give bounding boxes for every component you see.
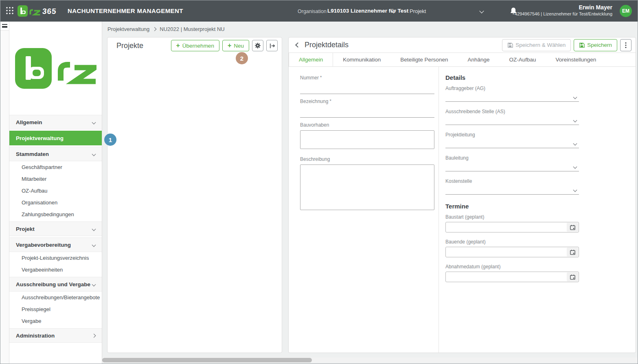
plus-icon: +: [228, 42, 231, 49]
app-grid-icon[interactable]: [6, 7, 14, 16]
bezeichnung-input[interactable]: [300, 104, 434, 118]
uebernehmen-button[interactable]: + Übernehmen: [171, 40, 219, 51]
form-column-left: Nummer* Bezeichnung* Bauvorhaben Beschre…: [300, 75, 434, 212]
calendar-icon[interactable]: [567, 272, 578, 281]
tab-kommunikation[interactable]: Kommunikation: [333, 53, 390, 66]
chevron-right-icon: [153, 27, 157, 31]
plus-icon: +: [176, 42, 180, 49]
chevron-down-icon: [573, 95, 577, 99]
sidebar-item-zahlungsbedingungen[interactable]: Zahlungsbedingungen: [9, 208, 102, 220]
allgemein-tab-content: Nummer* Bezeichnung* Bauvorhaben Beschre…: [289, 67, 636, 353]
form-column-right: Details Auftraggeber (AG) Ausschreibende…: [445, 74, 579, 289]
projekt-select-label[interactable]: Projekt: [410, 8, 426, 14]
chevron-down-icon: [92, 227, 96, 231]
more-options-kebab-button[interactable]: [620, 39, 631, 51]
sidebar-item-label: Ausschreibungen/Bieterangebote: [22, 294, 100, 300]
sidebar-item-label: Allgemein: [16, 119, 42, 125]
sidebar-item-ausschreibungen-bieterangebote[interactable]: Ausschreibungen/Bieterangebote: [9, 292, 102, 303]
abnahmedatum-field: Abnahmedatum (geplant): [445, 264, 579, 282]
organisation-select[interactable]: L910103 Lizenznehmer für Test: [327, 8, 408, 14]
beschreibung-label: Beschreibung: [300, 156, 434, 162]
ausschreibende-stelle-select[interactable]: Ausschreibende Stelle (AS): [445, 109, 579, 125]
sidebar-item-label: Stammdaten: [16, 151, 49, 157]
speichern-button[interactable]: Speichern: [574, 39, 617, 51]
settings-gear-button[interactable]: [252, 40, 263, 51]
save-disk-icon: [507, 42, 513, 48]
user-avatar[interactable]: EM: [620, 5, 632, 17]
baustart-input[interactable]: [446, 222, 567, 232]
beschreibung-textarea[interactable]: [300, 164, 434, 210]
sidebar-item-administration[interactable]: Administration: [9, 328, 102, 343]
chevron-down-icon: [573, 188, 577, 192]
sidebar-item-label: Projekt-Leistungsverzeichnis: [22, 255, 89, 261]
app-window: 365 NACHUNTERNEHMER MANAGEMENT Organisat…: [0, 0, 638, 364]
sidebar-item-label: Geschäftspartner: [22, 164, 62, 170]
sidebar-item-label: Organisationen: [22, 200, 57, 206]
projektdetails-title: Projektdetails: [305, 41, 349, 49]
bauleitung-select[interactable]: Bauleitung: [445, 155, 579, 171]
hamburger-menu-icon[interactable]: [0, 22, 9, 31]
sidebar-item-vergabevorbereitung[interactable]: Vergabevorbereitung: [9, 237, 102, 252]
tab-anhaenge[interactable]: Anhänge: [458, 53, 499, 66]
uebernehmen-button-label: Übernehmen: [182, 43, 214, 49]
calendar-icon[interactable]: [567, 223, 578, 232]
sidebar-item-label: Mitarbeiter: [22, 176, 46, 182]
sidebar-item-preisspiegel[interactable]: Preisspiegel: [9, 303, 102, 315]
nummer-input[interactable]: [300, 81, 434, 94]
projekte-panel: Projekte + Übernehmen + Neu: [107, 37, 282, 353]
required-asterisk: *: [320, 75, 322, 80]
sidebar-item-label: Vergabeeinheiten: [22, 267, 63, 273]
bauvorhaben-label: Bauvorhaben: [300, 122, 434, 128]
sidebar-navigation: Allgemein Projektverwaltung Stammdaten G…: [9, 22, 102, 364]
sidebar-item-label: Projektverwaltung: [16, 135, 64, 141]
required-asterisk: *: [329, 99, 331, 103]
horizontal-scrollbar-thumb[interactable]: [102, 358, 312, 362]
sidebar-item-mitarbeiter[interactable]: Mitarbeiter: [9, 173, 102, 185]
sidebar-item-projektverwaltung[interactable]: Projektverwaltung: [9, 131, 102, 145]
projektdetails-panel: Projektdetails Speichern & Wählen: [288, 37, 636, 353]
auftraggeber-select[interactable]: Auftraggeber (AG): [445, 86, 579, 102]
horizontal-scrollbar-track[interactable]: [102, 357, 638, 362]
bauleitung-label: Bauleitung: [445, 155, 579, 161]
tab-voreinstellungen[interactable]: Voreinstellungen: [546, 53, 606, 66]
sidebar-item-stammdaten[interactable]: Stammdaten: [9, 147, 102, 161]
kostenstelle-select[interactable]: Kostenstelle: [445, 178, 579, 195]
sidebar-item-allgemein[interactable]: Allgemein: [9, 115, 102, 129]
auftraggeber-label: Auftraggeber (AG): [445, 86, 579, 91]
calendar-icon[interactable]: [567, 248, 578, 257]
tab-allgemein[interactable]: Allgemein: [289, 53, 333, 66]
sidebar-item-projekt-leistungsverzeichnis[interactable]: Projekt-Leistungsverzeichnis: [9, 252, 102, 264]
chevron-down-icon[interactable]: [479, 9, 484, 13]
bezeichnung-label: Bezeichnung*: [300, 99, 434, 104]
bauvorhaben-textarea[interactable]: [300, 130, 434, 149]
collapse-rail: [0, 22, 9, 364]
sidebar-item-organisationen[interactable]: Organisationen: [9, 197, 102, 208]
user-info[interactable]: Erwin Mayer 4294967546 | Lizenznehmer fü…: [515, 4, 612, 17]
breadcrumb-current-project: NU2022 | Musterprojekt NU: [160, 26, 224, 32]
top-header-bar: 365 NACHUNTERNEHMER MANAGEMENT Organisat…: [0, 0, 638, 22]
sidebar-item-vergabeeinheiten[interactable]: Vergabeeinheiten: [9, 264, 102, 276]
abnahmedatum-input[interactable]: [446, 272, 567, 282]
bauende-input[interactable]: [446, 247, 567, 257]
kebab-menu-icon: [625, 42, 627, 48]
export-button[interactable]: [266, 40, 278, 51]
sidebar-item-ausschreibung-und-vergabe[interactable]: Ausschreibung und Vergabe: [9, 277, 102, 292]
bauende-field: Bauende (geplant): [445, 239, 579, 257]
sidebar-item-label: Administration: [16, 333, 55, 339]
projekte-list-empty-area: [107, 54, 282, 353]
projektleitung-select[interactable]: Projektleitung: [445, 132, 579, 148]
brz-365-logo[interactable]: 365: [18, 5, 57, 17]
sidebar-item-geschaeftspartner[interactable]: Geschäftspartner: [9, 161, 102, 173]
breadcrumb-projektverwaltung[interactable]: Projektverwaltung: [107, 26, 149, 32]
speichern-und-waehlen-label: Speichern & Wählen: [515, 42, 566, 48]
main-content: Projektverwaltung NU2022 | Musterprojekt…: [102, 22, 638, 364]
back-chevron-icon[interactable]: [295, 42, 300, 48]
speichern-und-waehlen-button[interactable]: Speichern & Wählen: [502, 39, 571, 51]
sidebar-item-label: OZ-Aufbau: [22, 188, 48, 194]
tab-oz-aufbau[interactable]: OZ-Aufbau: [499, 53, 546, 66]
tab-beteiligte-personen[interactable]: Beteiligte Personen: [390, 53, 458, 66]
sidebar-item-vergabe[interactable]: Vergabe: [9, 315, 102, 327]
sidebar-item-projekt[interactable]: Projekt: [9, 221, 102, 236]
sidebar-item-oz-aufbau[interactable]: OZ-Aufbau: [9, 185, 102, 197]
neu-button[interactable]: + Neu: [222, 40, 249, 51]
